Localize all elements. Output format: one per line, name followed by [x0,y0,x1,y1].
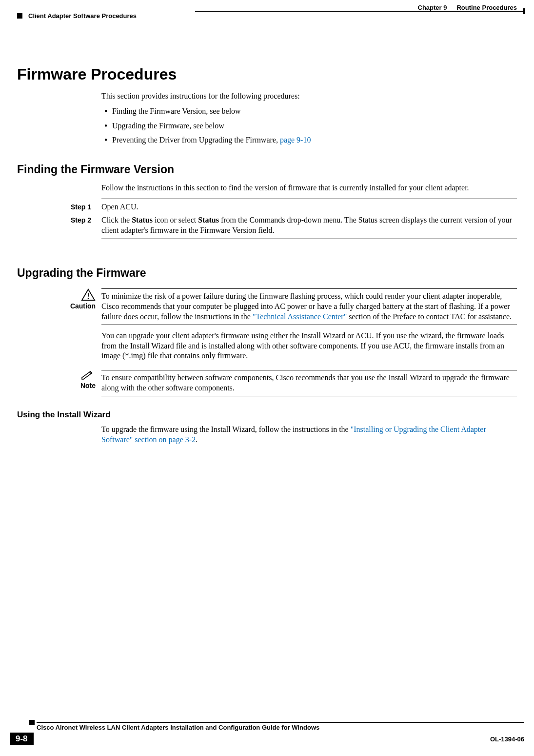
steps-rule-bottom [101,238,517,239]
step-label: Step 2 [71,215,101,236]
caution-block: Caution To minimize the risk of a power … [17,288,517,325]
heading-using-install-wizard: Using the Install Wizard [17,410,517,420]
page-content: Firmware Procedures This section provide… [0,21,534,445]
steps-container: Step 1 Open ACU. Step 2 Click the Status… [71,202,517,235]
page-footer: Cisco Aironet Wireless LAN Client Adapte… [10,722,524,745]
step-row: Step 1 Open ACU. [71,202,517,212]
step-text: Open ACU. [101,202,517,212]
bullet-list: Finding the Firmware Version, see below … [101,106,517,145]
step-row: Step 2 Click the Status icon or select S… [71,215,517,236]
warning-icon [81,288,96,301]
note-block: Note To ensure compatibility between sof… [17,370,517,396]
heading-upgrading-firmware: Upgrading the Firmware [17,266,517,280]
note-label: Note [80,382,96,389]
steps-rule-top [101,198,517,199]
page-link[interactable]: page 9-10 [280,136,311,144]
doc-id: OL-1394-06 [490,736,524,743]
pencil-icon [79,370,96,381]
caution-text-after: section of the Preface to contact TAC fo… [347,312,512,321]
intro-paragraph: This section provides instructions for t… [101,91,517,102]
section-label: Client Adapter Software Procedures [28,12,137,20]
footer-book-title: Cisco Aironet Wireless LAN Client Adapte… [10,724,524,731]
using-wizard-paragraph: To upgrade the firmware using the Instal… [101,425,517,445]
finding-intro: Follow the instructions in this section … [101,183,517,193]
caution-label: Caution [70,302,96,310]
heading-finding-firmware: Finding the Firmware Version [17,163,517,176]
step-label: Step 1 [71,202,101,212]
list-item: Preventing the Driver from Upgrading the… [101,135,517,145]
header-square-icon [17,13,22,19]
list-item: Finding the Firmware Version, see below [101,106,517,117]
heading-firmware-procedures: Firmware Procedures [17,65,517,83]
page-number: 9-8 [10,733,34,745]
page-header: Chapter 9 Routine Procedures Client Adap… [0,0,534,21]
tac-link[interactable]: "Technical Assistance Center" [253,312,347,321]
note-text: To ensure compatibility between software… [101,373,510,392]
svg-point-1 [88,298,89,299]
list-item: Upgrading the Firmware, see below [101,121,517,131]
upgrade-paragraph: You can upgrade your client adapter's fi… [101,331,517,361]
chapter-title: Routine Procedures [456,4,517,11]
chapter-label: Chapter 9 [418,4,447,11]
step-text: Click the Status icon or select Status f… [101,215,517,236]
